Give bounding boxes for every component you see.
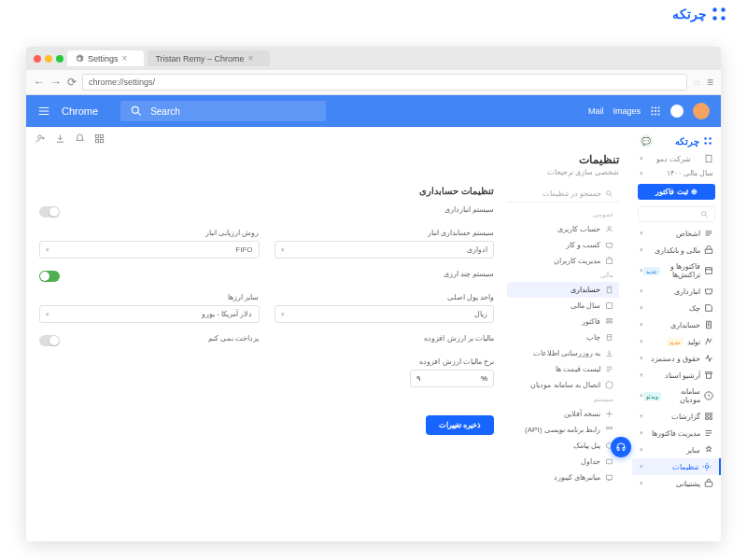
sidebar-item[interactable]: مدیریت فاکتورها▾ [632, 425, 721, 441]
nav-badge: ویدئو [643, 392, 661, 400]
sidebar-item[interactable]: چک▾ [632, 300, 721, 316]
close-icon[interactable]: × [122, 53, 128, 63]
settings-nav-item[interactable]: چاپ [507, 329, 619, 345]
sidebar-item[interactable]: اشخاص▾ [632, 225, 721, 242]
sidebar-item[interactable]: فاکتورها و تراکنش‌هاجدید▾ [632, 259, 721, 283]
notification-icon[interactable] [670, 105, 684, 118]
settings-nav-item[interactable]: لیست قیمت ها [507, 361, 619, 377]
close-icon[interactable]: × [248, 53, 254, 63]
settings-nav-item[interactable]: پنل پیامک [507, 438, 619, 454]
download-icon[interactable] [55, 133, 65, 144]
sidebar-item[interactable]: پشتیبانی▾ [632, 475, 721, 492]
sidebar-search[interactable] [638, 206, 715, 222]
nav-icon [704, 303, 713, 313]
settings-nav-item[interactable]: مدیریت کاربران [507, 253, 619, 269]
no-pay-toggle[interactable] [39, 335, 60, 346]
multicurrency-toggle[interactable] [39, 271, 60, 282]
valuation-select[interactable]: FIFO ▾ [39, 241, 260, 259]
hamburger-icon[interactable] [37, 105, 50, 118]
settings-item-label: حساب کاربری [557, 225, 600, 233]
inventory-system-toggle[interactable] [39, 206, 60, 217]
settings-nav-item[interactable]: نسخه آفلاین [507, 406, 619, 422]
chrome-search[interactable]: Search [120, 101, 326, 121]
settings-nav: جستجو در تنظیمات عمومیحساب کاربریکسب و ک… [507, 186, 619, 485]
settings-nav-item[interactable]: حسابداری [507, 282, 619, 298]
svg-point-20 [704, 142, 707, 145]
settings-nav-item[interactable]: رابط برنامه نویسی (API) [507, 422, 619, 438]
nav-badge: جدید [643, 267, 660, 275]
nav-label: مدیریت فاکتورها [652, 429, 700, 438]
tab-other[interactable]: Tristan Remy – Chrome × [148, 50, 270, 66]
settings-nav-item[interactable]: جداول [507, 454, 619, 469]
settings-search[interactable]: جستجو در تنظیمات [507, 186, 619, 203]
images-link[interactable]: Images [613, 106, 641, 116]
fiscal-year-selector[interactable]: سال مالی ۱۴۰۰ ▾ [632, 166, 721, 180]
chat-icon[interactable]: 💬 [640, 134, 653, 147]
bookmark-icon[interactable]: ☆ [693, 77, 701, 88]
sidebar-item[interactable]: تولیدجدید▾ [632, 333, 721, 350]
close-dot[interactable] [34, 55, 41, 63]
address-bar-row: ← → ⟳ chrome://settings/ ☆ ≡ [26, 70, 721, 95]
company-selector[interactable]: شرکت دمو ▾ [632, 151, 721, 166]
sidebar-item[interactable]: حسابداری▾ [632, 316, 721, 333]
chevron-down-icon: ▾ [640, 413, 643, 420]
chevron-down-icon: ▾ [640, 155, 643, 162]
tab-label: Settings [88, 54, 119, 63]
apps-icon[interactable] [650, 105, 661, 117]
sidebar-item[interactable]: سامانه مودیانویدئو▾ [632, 384, 721, 408]
app-brand[interactable]: چرتکه [675, 135, 713, 147]
new-invoice-button[interactable]: ⊕ثبت فاکتور [638, 184, 715, 200]
address-input[interactable]: chrome://settings/ [82, 74, 687, 91]
sidebar-item[interactable]: سایر▾ [632, 441, 721, 458]
avatar[interactable] [693, 103, 710, 119]
vat-rate-input[interactable]: % ۹ [410, 370, 494, 387]
chevron-down-icon: ▾ [640, 287, 643, 295]
settings-item-label: مدیریت کاربران [554, 257, 600, 265]
nav-icon [704, 266, 713, 275]
nav-label: گزارشات [671, 413, 700, 421]
tab-settings[interactable]: Settings × [67, 50, 144, 66]
grid-icon[interactable] [94, 133, 105, 144]
user-add-icon[interactable] [35, 133, 46, 144]
reload-icon[interactable]: ⟳ [67, 76, 77, 89]
svg-point-25 [38, 134, 42, 138]
sidebar-item[interactable]: انبارداری▾ [632, 283, 721, 300]
minimize-dot[interactable] [45, 55, 52, 63]
support-float-button[interactable] [611, 437, 631, 457]
other-currencies-select[interactable]: دلار آمریکا - یورو ▾ [39, 305, 260, 323]
settings-nav-item[interactable]: به روزرسانی اطلاعات [507, 345, 619, 361]
nav-label: اشخاص [676, 230, 700, 238]
settings-item-label: اتصال به سامانه مودیان [530, 381, 600, 389]
no-pay-label: پرداخت نمی کنم [208, 334, 259, 343]
forward-icon[interactable]: → [50, 76, 62, 89]
settings-item-label: کسب و کار [566, 241, 600, 249]
brand-icon [711, 6, 727, 22]
back-icon[interactable]: ← [34, 76, 45, 89]
settings-nav-item[interactable]: فاکتور [507, 314, 619, 329]
save-button[interactable]: ذخیره تغییرات [426, 415, 494, 435]
svg-point-18 [704, 137, 707, 140]
sidebar-item[interactable]: آرشیو اسناد▾ [632, 367, 721, 384]
nav-icon [704, 391, 713, 400]
bell-icon[interactable] [75, 133, 85, 144]
maximize-dot[interactable] [56, 55, 63, 63]
sidebar-item[interactable]: حقوق و دستمزد▾ [632, 350, 721, 367]
sidebar-item[interactable]: گزارشات▾ [632, 408, 721, 425]
sidebar-item[interactable]: مالی و بانکداری▾ [632, 242, 721, 259]
valuation-label: روش ارزیابی انبار [39, 229, 260, 237]
base-currency-select[interactable]: ریال ▾ [275, 305, 495, 323]
nav-label: سایر [686, 446, 700, 455]
nav-icon [704, 371, 713, 380]
settings-item-label: چاپ [586, 333, 600, 342]
settings-nav-item[interactable]: میانبر‌های کیبورد [507, 469, 619, 485]
settings-nav-item[interactable]: سال مالی [507, 298, 619, 314]
sidebar-item[interactable]: تنظیمات▾ [632, 458, 721, 475]
mail-link[interactable]: Mail [588, 106, 604, 116]
settings-nav-item[interactable]: اتصال به سامانه مودیان [507, 377, 619, 393]
settings-nav-item[interactable]: حساب کاربری [507, 221, 619, 237]
browser-menu-icon[interactable]: ≡ [707, 76, 713, 89]
accounting-system-select[interactable]: ادواری ▾ [275, 241, 495, 259]
vat-label: مالیات بر ارزش افزوده [275, 334, 495, 343]
search-icon [700, 210, 709, 218]
settings-nav-item[interactable]: کسب و کار [507, 237, 619, 253]
